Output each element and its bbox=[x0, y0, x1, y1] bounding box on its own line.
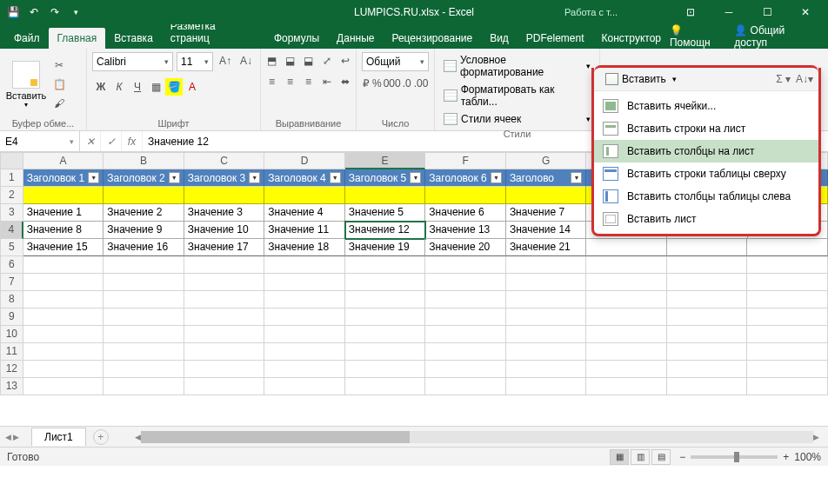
cell[interactable]: Значение 11 bbox=[264, 222, 345, 239]
filter-dropdown-icon[interactable]: ▼ bbox=[88, 172, 99, 183]
normal-view-icon[interactable]: ▦ bbox=[610, 449, 629, 465]
cell[interactable] bbox=[506, 187, 587, 204]
tab-nav-next[interactable]: ▶ bbox=[13, 433, 19, 441]
cell[interactable] bbox=[586, 361, 667, 378]
dec-decimal-icon[interactable]: .00 bbox=[413, 75, 430, 92]
qat-more-icon[interactable]: ▾ bbox=[68, 4, 83, 20]
cell[interactable]: Заголовок 3▼ bbox=[184, 169, 265, 187]
cell[interactable] bbox=[425, 308, 506, 326]
cell[interactable] bbox=[586, 239, 667, 256]
tab-insert[interactable]: Вставка bbox=[105, 28, 162, 49]
cell[interactable] bbox=[104, 308, 184, 326]
undo-icon[interactable]: ↶ bbox=[26, 4, 42, 20]
cell[interactable] bbox=[104, 378, 184, 395]
insert-split-button[interactable]: Вставить▾ bbox=[599, 70, 683, 88]
row-header[interactable]: 6 bbox=[0, 256, 23, 274]
inc-decimal-icon[interactable]: .0 bbox=[402, 75, 412, 92]
cell[interactable] bbox=[667, 239, 748, 256]
cell[interactable] bbox=[667, 308, 748, 326]
cell[interactable] bbox=[23, 274, 104, 291]
cell[interactable] bbox=[506, 326, 587, 343]
cell[interactable] bbox=[264, 256, 345, 274]
cell[interactable] bbox=[345, 274, 426, 291]
font-name-combo[interactable]: Calibri▾ bbox=[92, 52, 173, 71]
cell[interactable] bbox=[747, 343, 828, 361]
cell[interactable] bbox=[184, 274, 265, 291]
filter-dropdown-icon[interactable]: ▼ bbox=[249, 172, 260, 183]
align-middle-icon[interactable]: ⬓ bbox=[282, 52, 299, 70]
tab-pdfelement[interactable]: PDFelement bbox=[518, 28, 593, 49]
cell[interactable]: Значение 3 bbox=[184, 204, 265, 222]
cell[interactable]: Заголовок 1▼ bbox=[23, 169, 104, 187]
underline-button[interactable]: Ч bbox=[129, 78, 146, 96]
cell[interactable] bbox=[104, 361, 184, 378]
merge-icon[interactable]: ⬌ bbox=[337, 73, 354, 90]
cell[interactable] bbox=[425, 343, 506, 361]
format-painter-icon[interactable]: 🖌 bbox=[50, 95, 68, 112]
cell[interactable] bbox=[425, 274, 506, 291]
row-header[interactable]: 4 bbox=[0, 222, 23, 239]
cell[interactable] bbox=[104, 274, 184, 291]
cell[interactable] bbox=[264, 361, 345, 378]
cell[interactable] bbox=[425, 256, 506, 274]
font-size-combo[interactable]: 11▾ bbox=[177, 52, 213, 71]
ribbon-options-icon[interactable]: ⊡ bbox=[673, 0, 708, 24]
cell[interactable]: Заголовок 6▼ bbox=[425, 169, 506, 187]
page-layout-view-icon[interactable]: ▥ bbox=[631, 449, 650, 465]
cell[interactable] bbox=[747, 256, 828, 274]
cell[interactable] bbox=[184, 361, 265, 378]
cell[interactable] bbox=[747, 361, 828, 378]
cell[interactable] bbox=[345, 291, 426, 308]
row-header[interactable]: 13 bbox=[0, 378, 23, 395]
cell[interactable]: Значение 8 bbox=[23, 222, 104, 239]
cancel-formula-icon[interactable]: ✕ bbox=[80, 131, 101, 151]
orientation-icon[interactable]: ⤢ bbox=[318, 52, 336, 70]
cell[interactable] bbox=[667, 361, 748, 378]
add-sheet-button[interactable]: + bbox=[93, 429, 109, 445]
filter-dropdown-icon[interactable]: ▼ bbox=[169, 172, 180, 183]
insert-menu-item[interactable]: Вставить строки на лист bbox=[594, 117, 818, 140]
column-header[interactable]: B bbox=[104, 152, 184, 169]
autosum-icon[interactable]: Σ ▾ bbox=[776, 73, 791, 85]
cell[interactable] bbox=[184, 378, 265, 395]
insert-menu-item[interactable]: Вставить ячейки... bbox=[594, 95, 818, 117]
cell[interactable] bbox=[506, 274, 587, 291]
cell[interactable] bbox=[747, 239, 828, 256]
cell[interactable] bbox=[23, 308, 104, 326]
row-header[interactable]: 7 bbox=[0, 274, 23, 291]
insert-menu-item[interactable]: Вставить столбцы на лист bbox=[594, 140, 818, 162]
cell[interactable] bbox=[586, 308, 667, 326]
cell[interactable] bbox=[345, 326, 426, 343]
filter-dropdown-icon[interactable]: ▼ bbox=[571, 172, 582, 183]
column-header[interactable]: G bbox=[506, 152, 587, 169]
column-header[interactable]: D bbox=[264, 152, 345, 169]
cell[interactable]: Значение 1 bbox=[23, 204, 104, 222]
cell[interactable]: Значение 12 bbox=[345, 222, 426, 239]
cell[interactable] bbox=[747, 326, 828, 343]
cell[interactable]: Значение 18 bbox=[264, 239, 345, 256]
cell[interactable]: Значение 19 bbox=[345, 239, 426, 256]
cell[interactable] bbox=[184, 308, 265, 326]
page-break-view-icon[interactable]: ▤ bbox=[651, 449, 671, 465]
row-header[interactable]: 3 bbox=[0, 204, 23, 222]
column-header[interactable]: A bbox=[23, 152, 104, 169]
format-as-table-button[interactable]: Форматировать как табли... bbox=[440, 82, 594, 109]
cell[interactable] bbox=[23, 378, 104, 395]
cell[interactable] bbox=[264, 291, 345, 308]
align-right-icon[interactable]: ≡ bbox=[300, 73, 317, 90]
zoom-in-button[interactable]: + bbox=[783, 451, 789, 463]
cell[interactable] bbox=[104, 187, 184, 204]
cell[interactable] bbox=[345, 256, 426, 274]
cell[interactable] bbox=[747, 274, 828, 291]
cell[interactable] bbox=[667, 326, 748, 343]
italic-button[interactable]: К bbox=[110, 78, 128, 96]
cell[interactable] bbox=[586, 378, 667, 395]
cell-styles-button[interactable]: Стили ячеек▾ bbox=[440, 111, 594, 127]
copy-icon[interactable]: 📋 bbox=[50, 76, 68, 93]
align-bottom-icon[interactable]: ⬓ bbox=[300, 52, 317, 70]
cell[interactable] bbox=[425, 326, 506, 343]
cell[interactable] bbox=[586, 274, 667, 291]
cell[interactable] bbox=[425, 291, 506, 308]
row-header[interactable]: 5 bbox=[0, 239, 23, 256]
cell[interactable]: Значение 10 bbox=[184, 222, 265, 239]
